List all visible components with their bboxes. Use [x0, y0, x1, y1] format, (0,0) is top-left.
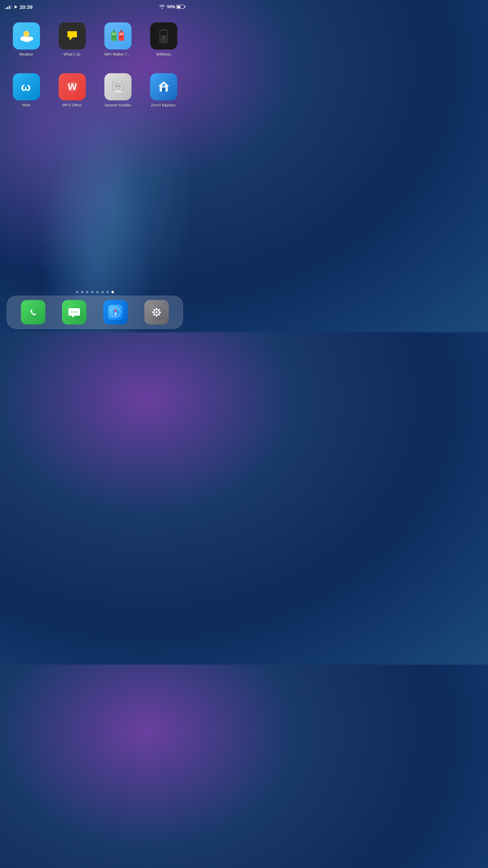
- app-label-wish: Wish: [22, 103, 30, 107]
- svg-rect-45: [156, 315, 157, 317]
- app-xposed[interactable]: Xposed Installer: [98, 73, 137, 107]
- svg-rect-19: [162, 40, 165, 41]
- app-grid-row2: ω Wish W WPS Office: [0, 73, 190, 114]
- battery-container: 50%: [167, 4, 184, 9]
- signal-bar-4: [11, 5, 12, 9]
- battery-icon: [176, 5, 184, 9]
- svg-rect-46: [152, 312, 154, 313]
- svg-rect-16: [160, 31, 167, 35]
- app-label-weather: Weather: [19, 52, 33, 56]
- svg-rect-30: [162, 87, 165, 92]
- svg-rect-6: [112, 33, 116, 35]
- svg-marker-4: [67, 31, 77, 41]
- app-icon-wifitelsiz: [150, 22, 177, 50]
- svg-text:W: W: [68, 81, 77, 92]
- status-time: 20:39: [20, 4, 33, 10]
- dock-icon-phone: [21, 300, 45, 324]
- svg-rect-36: [108, 305, 123, 320]
- page-dot-1: [76, 291, 78, 293]
- app-label-wps: WPS Office: [62, 103, 82, 107]
- dock-settings[interactable]: [144, 300, 169, 324]
- svg-rect-13: [119, 37, 123, 38]
- svg-rect-11: [119, 33, 123, 35]
- dock-phone[interactable]: [21, 300, 45, 324]
- status-bar: ➤ 20:39 50%: [0, 0, 190, 12]
- wifi-icon: [159, 4, 165, 10]
- status-left: ➤ 20:39: [5, 4, 33, 10]
- app-weather[interactable]: Weather: [7, 22, 46, 56]
- app-label-wifitelsiz: Wifitelsiz: [156, 52, 171, 56]
- page-dot-2: [81, 291, 83, 293]
- app-wps[interactable]: W WPS Office: [53, 73, 92, 107]
- dock-icon-settings: [144, 300, 169, 324]
- page-dot-5: [96, 291, 99, 293]
- status-right: 50%: [159, 4, 184, 10]
- svg-rect-21: [161, 39, 162, 40]
- dock: [7, 296, 183, 329]
- svg-rect-8: [112, 37, 116, 38]
- app-icon-whatsup: [59, 22, 86, 50]
- app-whatsup[interactable]: What's Up: [53, 22, 92, 56]
- svg-text:ω: ω: [21, 80, 31, 93]
- navigation-arrow-icon: ➤: [14, 4, 18, 9]
- signal-bar-3: [9, 6, 10, 9]
- svg-rect-14: [121, 30, 122, 33]
- signal-bar-1: [5, 8, 6, 9]
- app-icon-wifi-walkie: [104, 22, 131, 50]
- battery-fill: [177, 6, 181, 8]
- dock-icon-safari: [103, 300, 128, 324]
- app-icon-wps: W: [59, 73, 86, 100]
- svg-rect-20: [163, 29, 164, 31]
- dock-messages[interactable]: [62, 300, 86, 324]
- svg-point-33: [71, 311, 73, 313]
- svg-rect-22: [165, 39, 166, 40]
- battery-percent: 50%: [167, 4, 175, 9]
- page-dot-3: [86, 291, 88, 293]
- svg-rect-44: [156, 308, 157, 310]
- app-icon-xposed: [104, 73, 131, 100]
- signal-bar-2: [7, 7, 8, 9]
- svg-rect-31: [162, 84, 165, 86]
- svg-rect-9: [113, 30, 115, 33]
- svg-rect-12: [119, 36, 123, 37]
- signal-bars: [5, 4, 12, 9]
- svg-point-35: [76, 311, 77, 313]
- svg-point-3: [28, 37, 33, 41]
- page-dot-6: [101, 291, 104, 293]
- dock-safari[interactable]: [103, 300, 128, 324]
- app-grid-row1: Weather What's Up: [0, 12, 190, 63]
- app-label-whatsup: What's Up: [63, 52, 80, 56]
- app-wish[interactable]: ω Wish: [7, 73, 46, 107]
- dock-icon-messages: [62, 300, 86, 324]
- page-dot-7: [106, 291, 109, 293]
- app-wifi-walkie[interactable]: WiFi Walkie Talkie: [98, 22, 137, 56]
- app-icon-weather: [13, 22, 40, 50]
- app-wifitelsiz[interactable]: Wifitelsiz: [144, 22, 183, 56]
- app-zenui[interactable]: ZenUI Başlatıcı: [144, 73, 183, 107]
- svg-point-18: [163, 37, 164, 38]
- page-dot-8: [111, 291, 114, 293]
- svg-rect-47: [159, 312, 161, 313]
- svg-rect-7: [112, 36, 116, 37]
- page-dot-4: [91, 291, 94, 293]
- page-dots: [0, 291, 190, 293]
- svg-point-0: [23, 31, 29, 37]
- app-icon-wish: ω: [13, 73, 40, 100]
- app-icon-zenui: [150, 73, 177, 100]
- app-label-zenui: ZenUI Başlatıcı: [151, 103, 176, 107]
- app-label-xposed: Xposed Installer: [104, 103, 131, 107]
- svg-point-34: [74, 311, 75, 313]
- svg-point-43: [156, 311, 158, 313]
- app-label-wifi-walkie: WiFi Walkie Talkie: [104, 52, 131, 56]
